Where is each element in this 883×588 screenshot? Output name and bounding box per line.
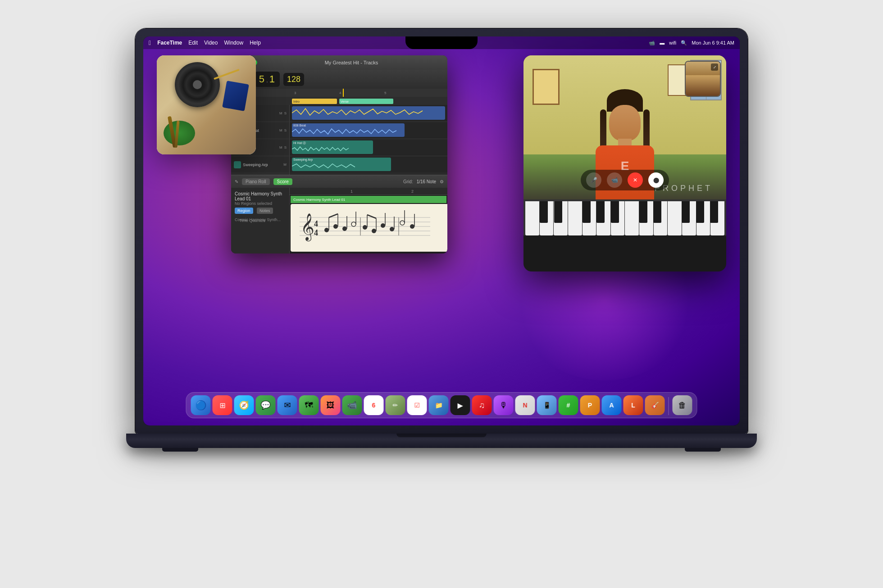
dock-facetime[interactable]: 📹 <box>342 395 362 415</box>
region-sweep[interactable]: Sweeping Arp <box>292 158 391 171</box>
facetime-window[interactable]: E <box>523 55 726 271</box>
arrangement-area: 3 4 5 Intro V <box>231 89 447 183</box>
menubar-facetime-icon: 📹 <box>649 40 655 46</box>
staff-svg: 𝄞 4 4 <box>291 204 447 252</box>
score-btn[interactable]: Score <box>273 178 292 185</box>
region-808[interactable]: 808 Beat <box>292 123 405 137</box>
dock-news[interactable]: N <box>515 395 535 415</box>
tempo-display[interactable]: 128 <box>283 73 304 86</box>
808-ctrl-s[interactable]: S <box>284 128 287 132</box>
menubar-left:  FaceTime Edit Video Window Help <box>149 39 261 46</box>
menubar-window[interactable]: Window <box>224 40 243 46</box>
dock-maps[interactable]: 🗺 <box>299 395 319 415</box>
dock-music[interactable]: ♫ <box>472 395 492 415</box>
facetime-expand-btn[interactable]: ⬤ <box>648 172 664 188</box>
key-w11[interactable] <box>668 201 682 235</box>
menubar-search-icon[interactable]: 🔍 <box>681 40 687 46</box>
grid-value[interactable]: 1/16 Note <box>417 179 436 184</box>
menubar-app-name[interactable]: FaceTime <box>157 40 182 46</box>
facetime-mute-btn[interactable]: 🎤 <box>586 172 601 188</box>
piano-roll: ✎ Piano Roll Score Grid: 1/16 Note ⚙ Cos… <box>231 175 447 253</box>
person-head <box>609 105 641 141</box>
track-ctrl-m[interactable]: M <box>279 111 282 115</box>
key-b8[interactable] <box>682 201 690 223</box>
dock-launchpad[interactable]: ⊞ <box>213 395 232 415</box>
dock-podcasts[interactable]: 🎙 <box>494 395 514 415</box>
facetime-video-btn[interactable]: 📹 <box>607 172 622 188</box>
dock-calendar[interactable]: 6 <box>364 395 384 415</box>
menubar-video[interactable]: Video <box>204 40 218 46</box>
dock-divider <box>669 397 669 415</box>
messages-icon: 💬 <box>261 400 271 410</box>
ruler-mark-5: 5 <box>384 91 386 95</box>
apple-menu[interactable]:  <box>149 39 151 46</box>
waveform-hihat <box>292 144 373 154</box>
pr-beat-2: 2 <box>411 189 414 194</box>
dock-pages[interactable]: P <box>580 395 600 415</box>
hihat-ctrl-s[interactable]: S <box>284 145 287 149</box>
key-b4[interactable] <box>596 201 605 223</box>
dock-garageband[interactable]: 🎸 <box>645 395 665 415</box>
pr-more-btn[interactable]: ⚙ <box>440 179 444 184</box>
dock-appstore[interactable]: A <box>602 395 622 415</box>
notch <box>405 36 478 49</box>
svg-point-19 <box>372 229 376 233</box>
logic-window-title: My Greatest Hit - Tracks <box>325 60 378 65</box>
notes-tab[interactable]: Notes <box>257 208 273 214</box>
maps-icon: 🗺 <box>305 401 313 410</box>
piano-roll-btn[interactable]: Piano Roll <box>242 178 270 185</box>
key-b5[interactable] <box>611 201 619 223</box>
garageband-icon: 🎸 <box>651 402 659 409</box>
track-ctrl-s[interactable]: S <box>284 111 287 115</box>
dock-safari[interactable]: 🧭 <box>234 395 254 415</box>
dock-numbers[interactable]: # <box>559 395 578 415</box>
key-b10[interactable] <box>710 201 718 223</box>
dock-reminders[interactable]: ☑ <box>407 395 427 415</box>
dock-notes[interactable]: ✏ <box>386 395 405 415</box>
pr-tool-icon[interactable]: ✎ <box>235 179 238 184</box>
menubar-edit[interactable]: Edit <box>188 40 198 46</box>
piano-roll-left: Cosmic Harmony Synth Lead 01 No Regions … <box>231 188 290 253</box>
facetime-end-btn[interactable]: ✕ <box>628 172 643 188</box>
dock-mail[interactable]: ✉ <box>278 395 297 415</box>
hihat-ctrl-m[interactable]: M <box>279 145 282 149</box>
expand-icon: ⬤ <box>653 177 659 183</box>
key-b6[interactable] <box>639 201 647 223</box>
appletv-icon: ▶ <box>458 401 463 410</box>
facetime-pip[interactable]: ⤢ <box>685 61 721 97</box>
key-w8[interactable] <box>625 201 639 235</box>
region-1[interactable] <box>292 106 445 120</box>
key-w1[interactable] <box>525 201 539 235</box>
track-content-sweep: Sweeping Arp <box>290 156 447 173</box>
dock-appletv[interactable]: ▶ <box>451 395 470 415</box>
ruler-mark-4: 4 <box>339 91 341 95</box>
dock-photos[interactable]: 🖼 <box>321 395 341 415</box>
track-row-sweep: Sweeping Arp M Sweeping Arp <box>231 156 447 173</box>
menubar-help[interactable]: Help <box>250 40 261 46</box>
svg-line-29 <box>329 214 338 217</box>
region-hihat[interactable]: Hi Hat ⓓ <box>292 140 373 154</box>
region-tab[interactable]: Region <box>235 208 253 214</box>
pip-expand-icon[interactable]: ⤢ <box>711 63 718 71</box>
green-region[interactable]: Cosmic Harmony Synth Lead 01 <box>291 196 446 203</box>
dock-sidecar[interactable]: 📱 <box>537 395 557 415</box>
logic-pro-window[interactable]: My Greatest Hit - Tracks |◀ ▶ 5 . 1 128 <box>231 55 447 253</box>
mute-icon: 🎤 <box>591 177 597 183</box>
key-b9[interactable] <box>696 201 704 223</box>
key-w4[interactable] <box>568 201 582 235</box>
waveform-1 <box>292 106 445 120</box>
dock-messages[interactable]: 💬 <box>256 395 276 415</box>
dock-trash[interactable]: 🗑 <box>673 395 692 415</box>
dock-files[interactable]: 📁 <box>429 395 449 415</box>
key-b1[interactable] <box>540 201 548 223</box>
808-ctrl-m[interactable]: M <box>279 128 282 132</box>
key-b7[interactable] <box>653 201 661 223</box>
playhead <box>343 89 344 97</box>
pages-icon: P <box>588 402 592 409</box>
dock-finder[interactable]: 🔵 <box>191 395 211 415</box>
key-b2[interactable] <box>554 201 562 223</box>
key-b3[interactable] <box>583 201 591 223</box>
section-bars: Intro Verse <box>231 97 447 105</box>
sweep-ctrl[interactable]: M <box>283 163 287 167</box>
dock-logicpro[interactable]: L <box>624 395 643 415</box>
